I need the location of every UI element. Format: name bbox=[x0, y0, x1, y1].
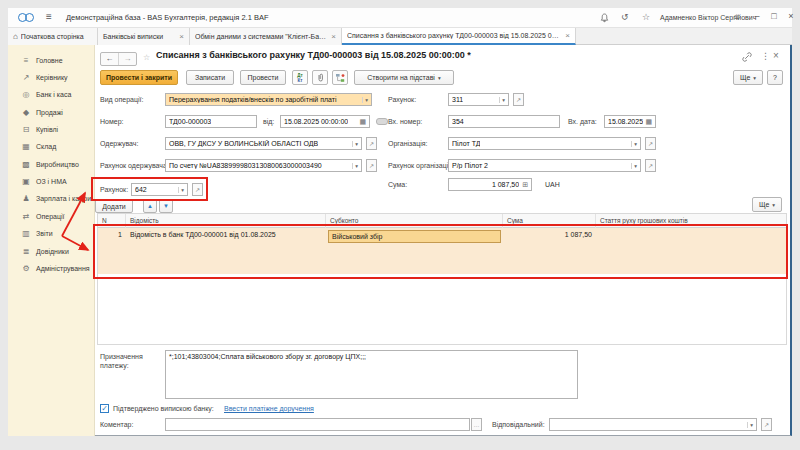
forward-arrow-icon[interactable]: → bbox=[119, 53, 136, 65]
close-tab-icon[interactable]: × bbox=[331, 32, 336, 41]
cell-subkonto-active[interactable]: Військовий збір bbox=[328, 230, 501, 243]
move-row-down-button[interactable]: ▼ bbox=[159, 199, 173, 213]
calendar-icon[interactable]: ▦ bbox=[645, 118, 652, 126]
responsible-field[interactable]: ▾ bbox=[549, 418, 757, 431]
table-more-button[interactable]: Ще▾ bbox=[752, 197, 782, 212]
chevron-down-icon[interactable]: ▾ bbox=[499, 97, 505, 103]
table-row[interactable]: 1 Відомість в банк ТД00-000001 від 01.08… bbox=[98, 228, 786, 274]
calculator-icon[interactable]: ⊞ bbox=[522, 181, 528, 189]
more-dots-icon[interactable]: ⋮ bbox=[761, 51, 770, 61]
open-link-icon[interactable]: ↗ bbox=[192, 183, 203, 196]
payee-account-label: Рахунок одержувача: bbox=[100, 162, 169, 169]
open-link-icon[interactable]: ↗ bbox=[761, 418, 772, 431]
close-form-icon[interactable]: × bbox=[773, 50, 779, 61]
calendar-icon[interactable]: ▦ bbox=[359, 118, 366, 126]
attachments-button[interactable] bbox=[312, 70, 328, 85]
sidebar-item-kerivnyku[interactable]: ↗Керівнику bbox=[8, 70, 95, 85]
notifications-bell-icon[interactable] bbox=[600, 13, 609, 23]
more-button[interactable]: Ще▾ bbox=[733, 70, 763, 85]
organization-account-field[interactable]: Р/р Пілот 2 ▾ bbox=[448, 159, 641, 172]
tab-bank-statements[interactable]: Банківські виписки × bbox=[98, 28, 190, 45]
account-field[interactable]: 311 ▾ bbox=[448, 93, 509, 106]
back-arrow-icon[interactable]: ← bbox=[101, 53, 119, 65]
chevron-down-icon[interactable]: ▾ bbox=[362, 97, 368, 103]
chevron-down-icon[interactable]: ▾ bbox=[631, 141, 637, 147]
service-menu-icon[interactable]: ≡ bbox=[734, 12, 739, 22]
sidebar-item-prodazhi[interactable]: ◆Продажі bbox=[8, 105, 95, 120]
sidebar-item-oz-i-nma[interactable]: ▣ОЗ і НМА bbox=[8, 174, 95, 189]
organization-field[interactable]: Пілот ТД ▾ bbox=[448, 137, 641, 150]
post-button[interactable]: Провести bbox=[240, 70, 286, 85]
history-icon[interactable]: ↺ bbox=[621, 12, 629, 22]
responsible-label: Відповідальний: bbox=[492, 421, 545, 428]
sidebar-item-holovne[interactable]: ≡Головне bbox=[8, 53, 95, 68]
reports-chart-icon: ▥ bbox=[21, 229, 31, 238]
sidebar-item-vyrobnytstvo[interactable]: ▩Виробництво bbox=[8, 157, 95, 172]
enter-payment-order-link[interactable]: Ввести платіжне доручення bbox=[224, 405, 314, 412]
favorite-star-icon[interactable]: ☆ bbox=[143, 53, 150, 62]
close-window-button[interactable]: × bbox=[784, 11, 798, 21]
minimize-button[interactable]: – bbox=[750, 11, 764, 21]
sidebar-item-operatsii[interactable]: ⇄Операції bbox=[8, 209, 95, 224]
column-header-subkonto[interactable]: Субконто bbox=[326, 214, 503, 228]
chevron-down-icon[interactable]: ▾ bbox=[178, 187, 184, 193]
chevron-down-icon[interactable]: ▾ bbox=[352, 141, 358, 147]
sidebar-item-zvity[interactable]: ▥Звіти bbox=[8, 226, 95, 241]
help-button[interactable]: ? bbox=[767, 70, 783, 85]
payee-account-field[interactable]: По счету №UA838999980313080063000003490 … bbox=[165, 159, 362, 172]
add-row-button[interactable]: Додати bbox=[95, 199, 133, 213]
document-date-field[interactable]: 15.08.2025 00:00:00 ▦ bbox=[280, 115, 370, 128]
operation-type-field[interactable]: Перерахування податків/внесків по заробі… bbox=[165, 93, 372, 106]
open-link-icon[interactable]: ↗ bbox=[366, 159, 377, 172]
open-link-icon[interactable]: ↗ bbox=[366, 137, 377, 150]
posting-account-field[interactable]: 642 ▾ bbox=[131, 183, 188, 196]
maximize-button[interactable]: □ bbox=[767, 11, 781, 21]
column-header-suma[interactable]: Сума bbox=[503, 214, 596, 228]
chevron-down-icon[interactable]: ▾ bbox=[747, 422, 753, 428]
tab-home[interactable]: ⌂ Початкова сторінка bbox=[8, 28, 98, 45]
save-button[interactable]: Записати bbox=[186, 70, 234, 85]
column-header-stattia[interactable]: Стаття руху грошових коштів bbox=[596, 214, 787, 228]
tab-bank-writeoff-document[interactable]: Списання з банківського рахунку ТД00-000… bbox=[342, 28, 576, 45]
sidebar-item-administruvannia[interactable]: ⚙Адміністрування bbox=[8, 261, 95, 276]
payee-field[interactable]: ОВВ, ГУ ДКСУ У ВОЛИНСЬКІЙ ОБЛАСТІ ОДВ ▾ bbox=[165, 137, 362, 150]
cell-row-number[interactable]: 1 bbox=[98, 228, 126, 274]
create-based-on-button[interactable]: Створити на підставі▾ bbox=[354, 70, 454, 85]
sidebar-item-sklad[interactable]: ▦Склад bbox=[8, 139, 95, 154]
payment-purpose-textarea[interactable]: *;101;43803004;Сплата військового збору … bbox=[165, 350, 578, 399]
sidebar-item-bank-i-kasa[interactable]: ◎Банк і каса bbox=[8, 87, 95, 102]
time-toggle-icon[interactable] bbox=[376, 118, 388, 125]
cell-suma[interactable]: 1 087,50 bbox=[503, 228, 596, 274]
chevron-down-icon[interactable]: ▾ bbox=[631, 163, 637, 169]
column-header-vidomist[interactable]: Відомість bbox=[126, 214, 326, 228]
chevron-down-icon[interactable]: ▾ bbox=[352, 163, 358, 169]
tab-client-bank-exchange[interactable]: Обмін даними з системами "Клієнт-Банк", … bbox=[190, 28, 342, 45]
incoming-number-field[interactable]: 354 bbox=[448, 115, 560, 128]
sidebar-item-zarplata-i-kadry[interactable]: ♟Зарплата і кадри bbox=[8, 191, 95, 206]
amount-field[interactable]: 1 087,50 ⊞ bbox=[448, 178, 532, 191]
subordination-structure-button[interactable] bbox=[332, 70, 348, 85]
cell-stattia[interactable] bbox=[596, 228, 787, 274]
open-link-icon[interactable]: ↗ bbox=[645, 137, 656, 150]
cell-vidomist[interactable]: Відомість в банк ТД00-000001 від 01.08.2… bbox=[126, 228, 326, 274]
open-link-icon[interactable]: ↗ bbox=[513, 93, 524, 106]
open-link-icon[interactable]: ↗ bbox=[645, 159, 656, 172]
number-field[interactable]: ТД00-000003 bbox=[165, 115, 257, 128]
confirmed-checkbox[interactable]: ✓ bbox=[100, 404, 109, 413]
get-link-icon[interactable] bbox=[742, 52, 752, 62]
sidebar-item-kupivli[interactable]: ⊟Купівлі bbox=[8, 122, 95, 137]
sidebar-item-dovidnyky[interactable]: ≣Довідники bbox=[8, 244, 95, 259]
show-postings-button[interactable]: ДтКт bbox=[292, 70, 308, 85]
post-and-close-button[interactable]: Провести і закрити bbox=[100, 70, 178, 85]
close-tab-icon[interactable]: × bbox=[565, 31, 570, 40]
favorites-star-icon[interactable]: ☆ bbox=[642, 12, 650, 22]
posting-account-label: Рахунок: bbox=[100, 186, 128, 193]
main-menu-icon[interactable]: ≡ bbox=[46, 11, 52, 22]
close-tab-icon[interactable]: × bbox=[179, 32, 184, 41]
comment-field[interactable] bbox=[165, 418, 470, 431]
column-header-n[interactable]: N bbox=[98, 214, 126, 228]
assets-icon: ▣ bbox=[21, 177, 31, 186]
incoming-date-field[interactable]: 15.08.2025 ▦ bbox=[604, 115, 656, 128]
ellipsis-button[interactable]: … bbox=[471, 418, 482, 431]
move-row-up-button[interactable]: ▲ bbox=[143, 199, 157, 213]
